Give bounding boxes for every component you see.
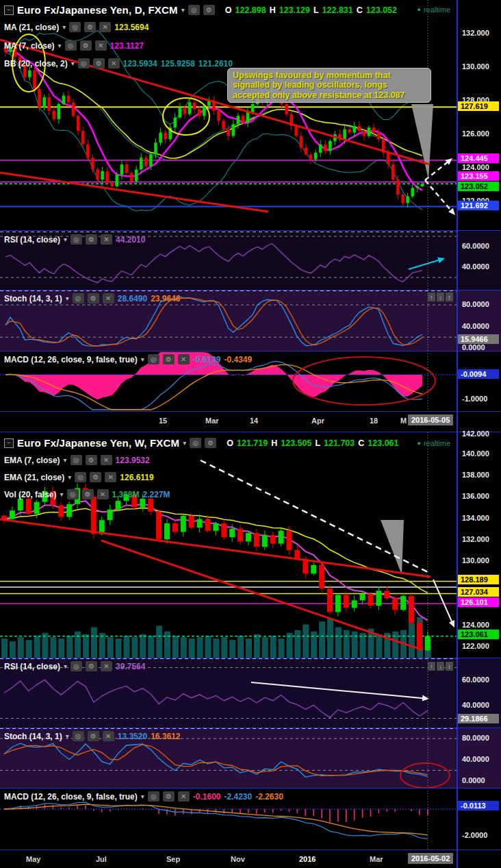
vol-label[interactable]: Vol (20, false) (4, 490, 56, 499)
pane-separator[interactable] (0, 788, 501, 789)
eye-icon[interactable]: ◎ (75, 472, 86, 482)
ma7-label[interactable]: MA (7, close) (4, 41, 55, 51)
stoch-label[interactable]: Stoch (14, 3, 1) (4, 294, 62, 303)
eye-icon[interactable]: ◎ (73, 293, 84, 303)
collapse-icon[interactable]: − (4, 438, 14, 448)
daily-price-chart[interactable] (0, 0, 457, 231)
pane-resize-icon[interactable]: ↕ (446, 293, 453, 301)
close-icon[interactable]: ✕ (103, 731, 114, 741)
daily-macd-pane[interactable]: MACD (12, 26, close, 9, false, true) ▾ ◎… (0, 351, 501, 411)
daily-time-axis[interactable]: 15Mar14Apr18M2016-05-05 (0, 411, 501, 432)
chevron-down-icon[interactable]: ▾ (71, 60, 75, 67)
macd-value: -0.6139 (193, 355, 221, 364)
chevron-down-icon[interactable]: ▾ (62, 23, 66, 31)
collapse-icon[interactable]: − (4, 5, 14, 15)
rsi-label[interactable]: RSI (14, close) (4, 235, 60, 245)
eye-icon[interactable]: ◎ (73, 731, 84, 741)
close-icon[interactable]: ✕ (108, 58, 120, 69)
gear-icon[interactable]: ⚙ (163, 791, 175, 802)
macd-label[interactable]: MACD (12, 26, close, 9, false, true) (4, 792, 138, 802)
close-icon[interactable]: ✕ (101, 234, 112, 245)
close-icon[interactable]: ✕ (101, 455, 112, 465)
weekly-chart-title[interactable]: Euro Fx/Japanese Yen, W, FXCM (17, 437, 179, 449)
pane-resize-icon[interactable]: ↕ (446, 662, 453, 671)
eye-icon[interactable]: ◎ (148, 791, 159, 802)
chevron-down-icon[interactable]: ▾ (64, 236, 67, 243)
chevron-down-icon[interactable]: ▾ (183, 439, 186, 447)
chevron-down-icon[interactable]: ▾ (64, 662, 67, 670)
gear-icon[interactable]: ⚙ (86, 661, 97, 671)
chevron-down-icon[interactable]: ▾ (64, 456, 67, 464)
eye-icon[interactable]: ◎ (78, 58, 90, 69)
pane-separator[interactable] (0, 230, 501, 231)
eye-icon[interactable]: ◎ (148, 354, 159, 364)
daily-chart-title[interactable]: Euro Fx/Japanese Yen, D, FXCM (17, 4, 178, 16)
weekly-time-axis[interactable]: MayJulSepNov2016Mar2016-05-02 (0, 850, 501, 868)
gear-icon[interactable]: ⚙ (205, 438, 216, 448)
daily-price-pane[interactable]: − Euro Fx/Japanese Yen, D, FXCM ▾ ◎ ⚙ O1… (0, 0, 501, 231)
ema21-label[interactable]: EMA (21, close) (4, 473, 64, 482)
close-icon[interactable]: ✕ (99, 22, 111, 32)
daily-annotation-note[interactable]: Upswings favoured by momentum that signa… (227, 68, 431, 103)
gear-icon[interactable]: ⚙ (80, 40, 92, 51)
close-icon[interactable]: ✕ (97, 489, 109, 499)
pane-separator[interactable] (0, 290, 501, 290)
close-icon[interactable]: ✕ (105, 472, 116, 482)
axis-tick: 130.000 (462, 62, 489, 71)
pane-separator[interactable] (0, 658, 501, 658)
pane-down-icon[interactable]: ↓ (437, 662, 444, 671)
eye-icon[interactable]: ◎ (67, 489, 79, 499)
chevron-down-icon[interactable]: ▾ (141, 356, 144, 363)
gear-icon[interactable]: ⚙ (86, 455, 97, 465)
pane-separator[interactable] (0, 351, 501, 351)
close-icon[interactable]: ✕ (178, 791, 190, 802)
weekly-rsi-pane[interactable]: RSI (14, close) ▾ ◎ ⚙ ✕ 39.7564 ↑ ↓ ↕ (0, 658, 501, 728)
macd-label[interactable]: MACD (12, 26, close, 9, false, true) (4, 355, 138, 364)
gear-icon[interactable]: ⚙ (82, 489, 94, 499)
close-icon[interactable]: ✕ (101, 661, 112, 671)
eye-icon[interactable]: ◎ (190, 438, 201, 448)
gear-icon[interactable]: ⚙ (90, 472, 101, 482)
close-icon[interactable]: ✕ (103, 293, 114, 303)
rsi-label[interactable]: RSI (14, close) (4, 662, 60, 671)
pane-up-icon[interactable]: ↑ (428, 293, 435, 301)
weekly-macd-pane[interactable]: MACD (12, 26, close, 9, false, true) ▾ ◎… (0, 788, 501, 850)
eye-icon[interactable]: ◎ (70, 661, 82, 671)
gear-icon[interactable]: ⚙ (88, 731, 99, 741)
gear-icon[interactable]: ⚙ (203, 5, 215, 15)
chevron-down-icon[interactable]: ▾ (68, 473, 71, 481)
pane-down-icon[interactable]: ↓ (437, 293, 444, 301)
pane-separator[interactable] (0, 728, 501, 728)
chevron-down-icon[interactable]: ▾ (66, 732, 69, 740)
gear-icon[interactable]: ⚙ (93, 58, 105, 69)
close-icon[interactable]: ✕ (95, 40, 107, 51)
eye-icon[interactable]: ◎ (69, 22, 81, 32)
bb-label[interactable]: BB (20, close, 2) (4, 59, 68, 69)
pane-up-icon[interactable]: ↑ (428, 662, 435, 671)
close-icon[interactable]: ✕ (178, 354, 190, 364)
gear-icon[interactable]: ⚙ (84, 22, 96, 32)
indicator-row-ema7: EMA (7, close) ▾ ◎ ⚙ ✕ 123.9532 (4, 455, 150, 465)
chevron-down-icon[interactable]: ▾ (58, 42, 62, 49)
daily-rsi-pane[interactable]: RSI (14, close) ▾ ◎ ⚙ ✕ 44.2010 (0, 231, 501, 290)
chevron-down-icon[interactable]: ▾ (141, 793, 144, 800)
ma21-label[interactable]: MA (21, close) (4, 23, 59, 32)
chevron-down-icon[interactable]: ▾ (181, 6, 185, 14)
chevron-down-icon[interactable]: ▾ (66, 295, 69, 302)
eye-icon[interactable]: ◎ (70, 234, 82, 245)
weekly-price-pane[interactable]: − Euro Fx/Japanese Yen, W, FXCM ▾ ◎ ⚙ O1… (0, 432, 501, 658)
weekly-stoch-pane[interactable]: Stoch (14, 3, 1) ▾ ◎ ⚙ ✕ 13.3520 16.3612 (0, 728, 501, 788)
stoch-label[interactable]: Stoch (14, 3, 1) (4, 732, 62, 741)
eye-icon[interactable]: ◎ (188, 5, 200, 15)
axis-tick: 126.000 (462, 129, 489, 138)
weekly-price-chart[interactable] (0, 432, 457, 658)
gear-icon[interactable]: ⚙ (86, 234, 97, 245)
eye-icon[interactable]: ◎ (65, 40, 77, 51)
ema7-label[interactable]: EMA (7, close) (4, 456, 60, 465)
chevron-down-icon[interactable]: ▾ (60, 491, 63, 498)
gear-icon[interactable]: ⚙ (163, 354, 175, 364)
eye-icon[interactable]: ◎ (70, 455, 82, 465)
price-axis[interactable]: 132.000130.000128.000126.000124.000122.0… (457, 0, 501, 868)
gear-icon[interactable]: ⚙ (88, 293, 99, 303)
daily-stoch-pane[interactable]: Stoch (14, 3, 1) ▾ ◎ ⚙ ✕ 28.6490 23.9646… (0, 290, 501, 351)
